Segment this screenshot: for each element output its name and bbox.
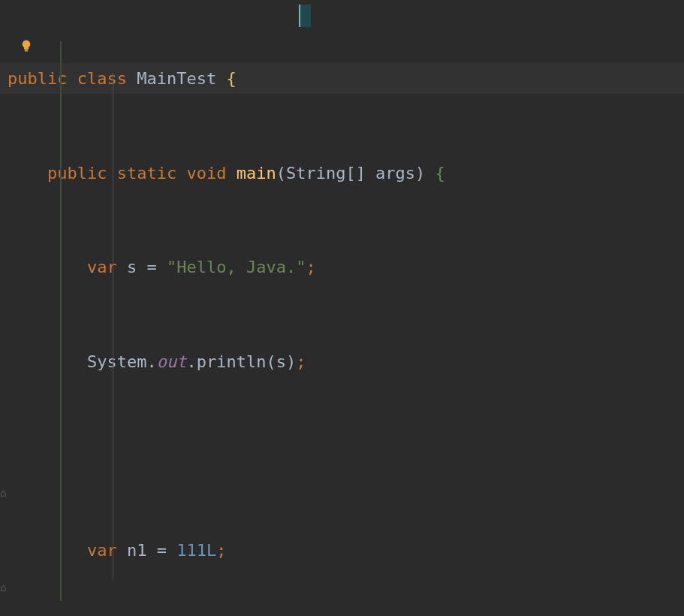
identifier: s [127,258,137,276]
semicolon: ; [306,258,315,276]
string-literal: "Hello, Java." [167,258,306,276]
keyword: public [47,164,107,183]
gutter-marker-icon: ⌂ [0,578,6,598]
semicolon: ; [296,352,306,371]
semicolon: ; [216,541,226,560]
code-line[interactable]: public class MainTest { [0,63,684,95]
indent-guide [60,41,62,601]
bulb-icon[interactable] [20,39,33,53]
number-literal: 111L [176,541,216,560]
params: (String[] args) [276,164,435,183]
class-name: MainTest [137,69,216,88]
field: out [157,352,187,371]
code-content[interactable]: public class MainTest { public static vo… [0,0,684,616]
code-line[interactable]: public static void main(String[] args) { [0,158,684,189]
code-line[interactable]: var n1 = 111L; [0,535,684,566]
indent-guide [113,73,113,580]
keyword: void [186,164,226,183]
code-editor[interactable]: ⌂ ⌂ public class MainTest { public stati… [0,0,684,616]
brace: { [226,69,236,88]
code-line[interactable] [0,440,684,472]
method-name: main [237,164,276,183]
keyword: class [77,69,127,88]
method-call: println [197,352,267,371]
code-line[interactable]: var s = "Hello, Java."; [0,252,684,283]
gutter: ⌂ ⌂ [0,0,45,616]
gutter-marker-icon: ⌂ [0,483,6,503]
keyword: static [117,164,176,183]
class-ref: System [87,352,146,371]
text-cursor [299,5,311,27]
svg-rect-0 [25,50,29,52]
identifier: n1 [127,541,147,560]
brace: { [435,164,445,183]
code-line[interactable]: System.out.println(s); [0,346,684,378]
operator: = [146,258,156,276]
